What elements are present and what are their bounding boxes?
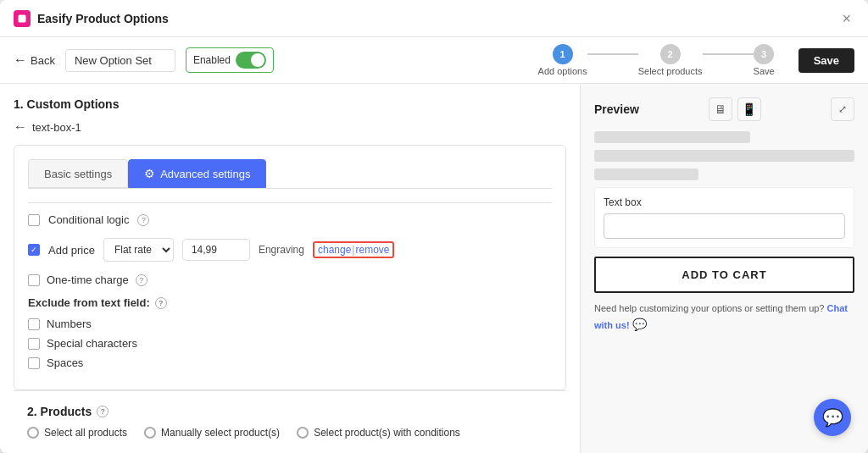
exclude-special-checkbox[interactable] — [28, 338, 40, 350]
remove-link[interactable]: remove — [355, 244, 389, 256]
step-1: 1 Add options — [538, 44, 587, 76]
add-price-checkbox[interactable] — [28, 244, 40, 256]
settings-icon: ⚙ — [144, 167, 155, 180]
preview-mobile-icon[interactable]: 📱 — [737, 97, 761, 121]
save-button[interactable]: Save — [798, 48, 854, 73]
preview-icons: 🖥 📱 — [709, 97, 761, 121]
conditional-logic-checkbox[interactable] — [28, 214, 40, 226]
preview-field-label: Text box — [604, 196, 845, 208]
manually-select-label: Manually select product(s) — [161, 427, 280, 439]
select-with-conditions-option[interactable]: Select product(s) with conditions — [297, 427, 460, 439]
preview-expand-button[interactable]: ⤢ — [831, 97, 854, 121]
manually-select-option[interactable]: Manually select product(s) — [144, 427, 280, 439]
modal-container: Easify Product Options × ← Back Enabled … — [0, 0, 868, 453]
preview-desktop-icon[interactable]: 🖥 — [709, 97, 732, 121]
divider — [28, 202, 552, 203]
app-icon — [14, 10, 31, 27]
conditional-logic-label: Conditional logic — [48, 213, 129, 226]
back-icon: ← — [14, 52, 27, 68]
step-2-wrap: 2 Select products — [638, 44, 754, 76]
modal-title: Easify Product Options — [37, 12, 838, 25]
breadcrumb-row: ← text-box-1 — [14, 119, 566, 135]
step-3: 3 Save — [754, 44, 775, 76]
products-section: 2. Products ? Select all products Manual… — [14, 390, 566, 453]
one-time-charge-checkbox[interactable] — [28, 274, 40, 286]
select-all-products-option[interactable]: Select all products — [27, 427, 127, 439]
tab-bar: Basic settings ⚙ Advanced settings — [28, 159, 552, 189]
preview-product-box: Text box — [594, 187, 854, 248]
products-row: Select all products Manually select prod… — [27, 427, 553, 439]
chat-float-button[interactable]: 💬 — [814, 399, 851, 436]
add-to-cart-button[interactable]: ADD TO CART — [594, 257, 854, 293]
add-price-label: Add price — [48, 244, 95, 257]
preview-text-input[interactable] — [604, 213, 845, 239]
one-time-charge-help-icon[interactable]: ? — [136, 274, 147, 286]
preview-panel: Preview 🖥 📱 ⤢ Text box ADD TO CART Need … — [580, 84, 868, 453]
conditional-logic-help-icon[interactable]: ? — [137, 214, 149, 226]
chat-bubble-icon: 💬 — [822, 407, 843, 428]
engraving-label: Engraving — [259, 244, 304, 256]
select-all-label: Select all products — [44, 427, 127, 439]
tab-basic-label: Basic settings — [44, 168, 112, 180]
skeleton-line-1 — [594, 131, 750, 143]
price-type-select[interactable]: Flat rate — [103, 238, 174, 262]
settings-card: Basic settings ⚙ Advanced settings Condi… — [14, 145, 566, 390]
select-conditions-label: Select product(s) with conditions — [314, 427, 460, 439]
tab-advanced-label: Advanced settings — [160, 168, 250, 180]
svg-rect-0 — [19, 14, 26, 22]
step-3-label: Save — [754, 66, 775, 76]
skeleton-line-3 — [594, 168, 698, 180]
exclude-help-icon[interactable]: ? — [155, 297, 167, 309]
add-price-row: Add price Flat rate Engraving change | r… — [28, 238, 552, 262]
help-text: Need help customizing your options or se… — [594, 301, 854, 334]
enabled-toggle[interactable] — [236, 52, 266, 69]
exclude-special-row: Special characters — [28, 337, 552, 350]
products-title-text: 2. Products — [27, 405, 92, 418]
steps-container: 1 Add options 2 Select products 3 Save — [538, 44, 775, 76]
help-text-content: Need help customizing your options or se… — [594, 303, 825, 313]
step-2-label: Select products — [638, 66, 703, 76]
section-title: 1. Custom Options — [14, 97, 566, 111]
step-2-circle: 2 — [660, 44, 681, 64]
option-name-input[interactable] — [65, 49, 175, 72]
breadcrumb-back-button[interactable]: ← — [14, 119, 27, 135]
exclude-numbers-label: Numbers — [47, 318, 92, 330]
toolbar: ← Back Enabled 1 Add options 2 Select — [0, 37, 868, 84]
content-area: 1. Custom Options ← text-box-1 Basic set… — [0, 84, 868, 453]
tab-basic-settings[interactable]: Basic settings — [28, 159, 128, 188]
one-time-charge-row: One-time charge ? — [28, 273, 552, 286]
price-value-input[interactable] — [182, 239, 250, 261]
skeleton-line-2 — [594, 150, 854, 162]
manually-select-radio[interactable] — [144, 427, 156, 439]
step-1-wrap: 1 Add options — [538, 44, 638, 76]
exclude-numbers-checkbox[interactable] — [28, 318, 40, 330]
chat-emoji-icon: 💬 — [632, 318, 647, 331]
select-all-radio[interactable] — [27, 427, 39, 439]
change-link[interactable]: change — [318, 244, 351, 256]
one-time-charge-label: One-time charge — [47, 273, 129, 286]
step-1-label: Add options — [538, 66, 587, 76]
close-button[interactable]: × — [838, 8, 854, 30]
step-2: 2 Select products — [638, 44, 703, 76]
back-button[interactable]: ← Back — [14, 52, 55, 68]
main-panel: 1. Custom Options ← text-box-1 Basic set… — [0, 84, 580, 453]
exclude-title: Exclude from text field: ? — [28, 296, 552, 309]
modal-header: Easify Product Options × — [0, 0, 868, 37]
step-3-wrap: 3 Save — [754, 44, 775, 76]
preview-header: Preview 🖥 📱 ⤢ — [594, 97, 854, 121]
step-3-circle: 3 — [754, 44, 774, 64]
change-remove-box: change | remove — [313, 241, 395, 258]
breadcrumb-text: text-box-1 — [32, 121, 81, 134]
enabled-text: Enabled — [193, 54, 231, 66]
enabled-badge: Enabled — [186, 47, 274, 73]
select-conditions-radio[interactable] — [297, 427, 309, 439]
exclude-from-label: Exclude from text field: — [28, 296, 150, 309]
step-line-2 — [703, 53, 754, 55]
step-line-1 — [587, 53, 638, 55]
exclude-spaces-row: Spaces — [28, 356, 552, 369]
products-help-icon[interactable]: ? — [97, 406, 108, 417]
exclude-spaces-checkbox[interactable] — [28, 357, 40, 369]
separator: | — [352, 244, 354, 256]
products-section-title: 2. Products ? — [27, 405, 553, 418]
tab-advanced-settings[interactable]: ⚙ Advanced settings — [128, 159, 266, 188]
